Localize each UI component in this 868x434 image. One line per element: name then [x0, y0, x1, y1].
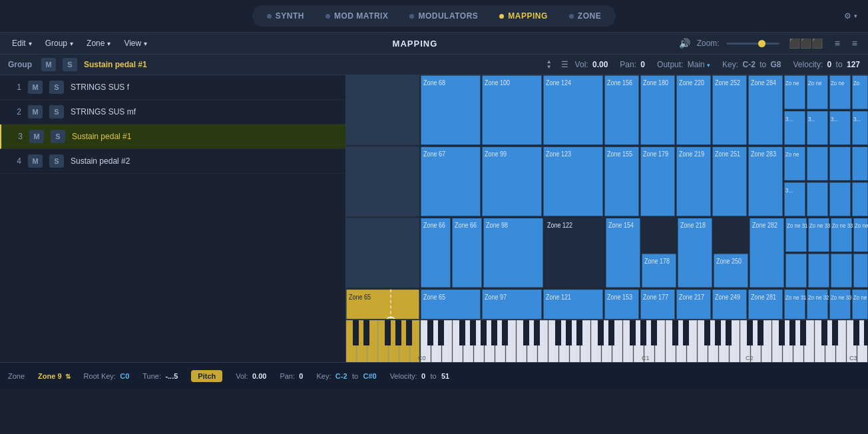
svg-text:Zone 218: Zone 218: [680, 222, 706, 230]
sidebar-row-3[interactable]: 3 M S Sustain pedal #1: [0, 124, 345, 149]
svg-rect-137: [470, 320, 476, 345]
status-bar: Zone Zone 9 ⇅ Root Key: C0 Tune: -...5 P…: [0, 362, 868, 389]
speaker-icon[interactable]: 🔊: [679, 38, 690, 49]
zone-100-label: Zone 100: [485, 79, 511, 87]
svg-text:Zo ne: Zo ne: [785, 80, 799, 87]
svg-rect-30[interactable]: [807, 182, 828, 216]
svg-text:3...: 3...: [808, 115, 815, 122]
zone-284-label: Zone 284: [751, 79, 777, 87]
zoom-track: [726, 43, 779, 45]
sidebar-row-1[interactable]: 1 M S STRINGS SUS f: [0, 75, 345, 100]
tune-value[interactable]: -...5: [165, 372, 178, 380]
sidebar-row-4[interactable]: 4 M S Sustain pedal #2: [0, 149, 345, 174]
svg-text:Zo ne 36 1: Zo ne 36 1: [853, 294, 868, 301]
svg-rect-32[interactable]: [829, 182, 851, 216]
synth-dot: [267, 14, 272, 19]
svg-text:Zone 98: Zone 98: [486, 222, 508, 230]
root-key-section: Root Key: C0: [84, 371, 130, 381]
row1-mute[interactable]: M: [28, 81, 43, 94]
group-mute-btn[interactable]: M: [41, 58, 56, 71]
view-menu[interactable]: View ▾: [120, 37, 151, 49]
tab-modulators[interactable]: MODULATORS: [400, 8, 487, 24]
settings-icon: ⚙: [844, 11, 851, 21]
group-list-icon[interactable]: ☰: [561, 60, 568, 69]
zone-chevron: ▾: [107, 40, 110, 47]
status-velocity-from[interactable]: 0: [421, 372, 425, 380]
svg-rect-53[interactable]: [785, 254, 807, 288]
toolbar-right: 🔊 Zoom: ⬛⬛⬛ ≡ ≡: [679, 37, 860, 50]
svg-rect-132: [395, 320, 401, 345]
empty-cell: [346, 75, 419, 145]
row1-solo[interactable]: S: [49, 81, 64, 94]
sidebar: 1 M S STRINGS SUS f 2 M S STRINGS SUS mf…: [0, 75, 346, 362]
group-chevron: ▾: [70, 40, 73, 47]
group-menu[interactable]: Group ▾: [41, 37, 77, 49]
tab-zone[interactable]: ZONE: [560, 8, 610, 24]
zoom-thumb: [758, 40, 765, 47]
svg-rect-143: [555, 320, 561, 345]
row4-solo[interactable]: S: [49, 154, 64, 168]
zone-menu-label: Zone: [87, 39, 105, 48]
svg-rect-31[interactable]: [829, 146, 851, 180]
tab-synth[interactable]: SYNTH: [258, 8, 314, 24]
tab-mod-matrix[interactable]: MOD MATRIX: [316, 8, 397, 24]
zone-status-value[interactable]: Zone 9 ⇅: [38, 372, 71, 380]
svg-rect-154: [715, 320, 721, 345]
sidebar-row-2[interactable]: 2 M S STRINGS SUS mf: [0, 100, 345, 124]
svg-rect-157: [758, 320, 763, 345]
svg-rect-54[interactable]: [808, 254, 829, 288]
row4-mute[interactable]: M: [28, 154, 43, 168]
row2-solo[interactable]: S: [49, 105, 64, 118]
pitch-button[interactable]: Pitch: [191, 370, 222, 382]
svg-rect-56[interactable]: [853, 254, 868, 288]
piano-black-keys[interactable]: [353, 320, 868, 345]
svg-text:Zone 283: Zone 283: [751, 150, 776, 158]
svg-rect-160: [800, 320, 806, 345]
svg-rect-55[interactable]: [831, 254, 852, 288]
root-key-value[interactable]: C0: [120, 372, 129, 380]
bars-icon[interactable]: ⬛⬛⬛: [786, 37, 825, 50]
row3-solo[interactable]: S: [51, 130, 65, 143]
status-velocity-to[interactable]: 51: [441, 372, 449, 380]
zone-menu[interactable]: Zone ▾: [83, 37, 114, 49]
row3-mute[interactable]: M: [29, 130, 44, 143]
svg-rect-29[interactable]: [807, 146, 828, 180]
svg-text:Zone 251: Zone 251: [715, 150, 740, 158]
status-vol-value[interactable]: 0.00: [252, 372, 266, 380]
row-num-4: 4: [8, 156, 21, 166]
svg-text:Zone 121: Zone 121: [546, 293, 571, 301]
main-area: 1 M S STRINGS SUS f 2 M S STRINGS SUS mf…: [0, 75, 868, 362]
svg-text:Zone 99: Zone 99: [485, 150, 507, 158]
group-solo-btn[interactable]: S: [63, 58, 77, 71]
status-pan-value[interactable]: 0: [299, 372, 303, 380]
view-label: View: [124, 39, 141, 48]
svg-rect-129: [353, 320, 359, 345]
zoom-slider[interactable]: [726, 43, 779, 45]
tab-mapping[interactable]: MAPPING: [490, 8, 557, 24]
settings-button[interactable]: ⚙ ▾: [844, 11, 857, 21]
svg-rect-34[interactable]: [852, 182, 868, 216]
svg-rect-130: [363, 320, 369, 345]
svg-rect-131: [385, 320, 391, 345]
edit-menu[interactable]: Edit ▾: [8, 37, 36, 49]
status-key-to[interactable]: C#0: [363, 372, 376, 380]
row2-mute[interactable]: M: [28, 105, 43, 118]
piano-svg[interactable]: C0 C1 C2 C3: [346, 320, 868, 362]
svg-text:Zo ne: Zo ne: [831, 80, 845, 87]
c2-label: C2: [746, 355, 754, 361]
grid-icon[interactable]: ≡: [849, 37, 860, 50]
modulators-label: MODULATORS: [418, 11, 478, 21]
svg-rect-162: [832, 320, 838, 345]
modulators-dot: [409, 14, 414, 19]
output-info: Output: Main ▾: [657, 60, 710, 69]
svg-rect-161: [821, 320, 827, 345]
svg-rect-33[interactable]: [852, 146, 868, 180]
list-icon[interactable]: ≡: [832, 37, 843, 50]
group-name: Sustain pedal #1: [84, 60, 540, 69]
group-nav-arrows[interactable]: ▲ ▼: [546, 59, 552, 70]
svg-text:Zone 177: Zone 177: [643, 293, 668, 301]
c1-label: C1: [642, 355, 650, 361]
status-key-label: Key:: [316, 372, 331, 380]
status-key-from[interactable]: C-2: [335, 372, 347, 380]
zone-252-label: Zone 252: [715, 79, 740, 87]
